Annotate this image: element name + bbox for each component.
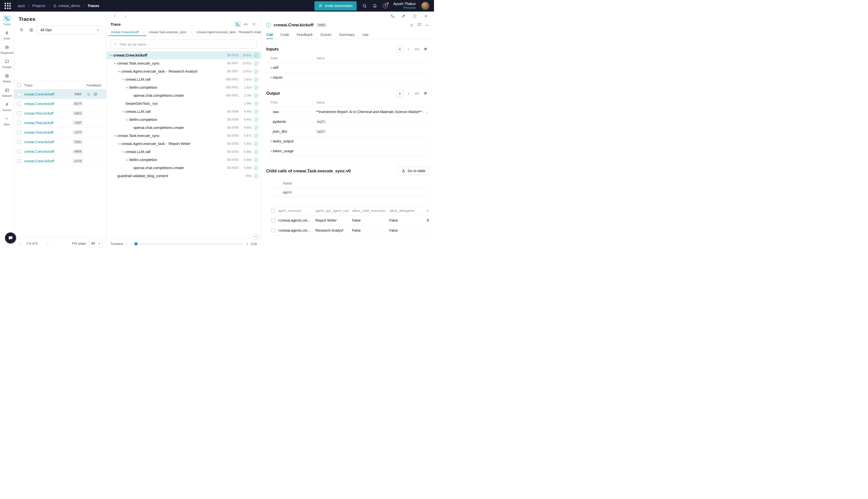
prev-page-icon[interactable] xyxy=(17,240,24,247)
trace-link[interactable]: crewai.Crew.kickoff xyxy=(21,92,54,96)
fullscreen-icon[interactable] xyxy=(411,13,418,19)
list-view-icon[interactable]: ≡ xyxy=(396,46,404,52)
output-row-json-dict[interactable]: json_dict null xyxy=(266,126,429,136)
flame-view-icon[interactable] xyxy=(250,21,257,27)
row-checkbox[interactable] xyxy=(17,121,21,125)
trace-list-row[interactable]: crewai.Crew.kickoff e058 xyxy=(14,147,106,156)
table-row[interactable]: <crewai.agents.cre... 'Report Writer' Fa… xyxy=(271,215,429,226)
sidebar-item-playground[interactable]: Playground xyxy=(0,43,14,56)
row-checkbox[interactable] xyxy=(17,92,21,96)
expand-rows-icon[interactable]: ↕ xyxy=(405,46,412,52)
sidebar-item-scorers[interactable]: # Scorers xyxy=(0,100,14,113)
span-row[interactable]: crewai.Agent.execute_task - 'Research An… xyxy=(107,67,261,75)
help-icon[interactable]: ? xyxy=(383,3,388,8)
trace-list-row[interactable]: crewai.Crew.kickoff 657f xyxy=(14,99,106,109)
collapse-timeline-icon[interactable] xyxy=(252,233,259,240)
path-tab[interactable]: crewai.Crew.kickoff xyxy=(109,28,146,36)
tab-scores[interactable]: Scores xyxy=(320,30,332,39)
row-checkbox[interactable] xyxy=(17,140,21,144)
add-reaction-icon[interactable]: ☺ xyxy=(409,23,413,27)
output-row-raw[interactable]: raw **Investment Report: AI in Chemical … xyxy=(266,107,429,117)
notifications-bell-icon[interactable] xyxy=(372,3,377,8)
timeline-next-icon[interactable] xyxy=(245,243,248,245)
row-checkbox[interactable] xyxy=(17,111,21,115)
trace-link[interactable]: crewai.Flow.kickoff xyxy=(21,130,53,134)
span-row[interactable]: crewai.LLM.call <$0.0001 2.82s ✓ xyxy=(107,75,261,83)
timeline-slider[interactable] xyxy=(131,243,243,244)
timeline-slider-handle[interactable] xyxy=(134,242,138,245)
sidebar-item-traces[interactable]: Traces xyxy=(0,14,14,27)
trace-link[interactable]: crewai.Crew.kickoff xyxy=(21,159,54,163)
list-view-icon[interactable]: ≡ xyxy=(396,90,404,97)
op-name-filter-input[interactable] xyxy=(120,42,254,46)
edit-pencil-icon[interactable] xyxy=(400,13,407,19)
tab-feedback[interactable]: Feedback xyxy=(297,30,313,39)
sidebar-item-prompts[interactable]: Prompts xyxy=(0,57,14,70)
sidebar-item-models[interactable]: Models xyxy=(0,71,14,85)
caret-collapse-icon[interactable] xyxy=(121,79,125,80)
span-row[interactable]: openai.chat.completions.create $0.0006 9… xyxy=(107,124,261,132)
output-row-tasks-output[interactable]: tasks_output xyxy=(266,136,429,146)
span-row[interactable]: SerperDevTool._run 1.66s ✓ xyxy=(107,99,261,108)
span-row[interactable]: crewai.LLM.call $0.0003 5.85s ✓ xyxy=(107,148,261,156)
chevron-right-icon[interactable] xyxy=(268,67,273,69)
table-row[interactable]: <crewai.agents.cre... 'Research Analyst'… xyxy=(271,226,429,235)
caret-collapse-icon[interactable] xyxy=(117,71,121,72)
previous-trace-icon[interactable]: ↑ xyxy=(111,13,118,20)
select-all-checkbox[interactable] xyxy=(271,209,275,213)
sidebar-item-datasets[interactable]: Datasets xyxy=(0,86,14,99)
close-icon[interactable]: × xyxy=(422,13,429,19)
output-row-pydantic[interactable]: pydantic null xyxy=(266,117,429,126)
avatar[interactable] xyxy=(421,2,430,10)
row-checkbox[interactable] xyxy=(271,218,275,222)
trace-link[interactable]: crewai.Crew.kickoff xyxy=(21,149,54,154)
row-checkbox[interactable] xyxy=(17,102,21,106)
wandb-logo[interactable] xyxy=(4,3,11,9)
breadcrumb-team[interactable]: ayut xyxy=(18,4,25,8)
expand-rows-icon[interactable]: ↕ xyxy=(405,90,412,97)
account-menu[interactable]: Ayush Thakur Personal xyxy=(393,1,416,10)
chevron-right-icon[interactable] xyxy=(268,77,273,78)
code-view-icon[interactable]: </> xyxy=(413,46,420,52)
output-row-token-usage[interactable]: token_usage xyxy=(266,146,429,156)
caret-collapse-icon[interactable] xyxy=(113,135,117,136)
path-tab[interactable]: crewai.Task.execute_sync xyxy=(146,28,195,36)
row-checkbox[interactable] xyxy=(17,130,21,134)
span-row[interactable]: crewai.LLM.call $0.0006 9.40s ✓ xyxy=(107,108,261,115)
sidebar-item-evals[interactable]: Evals xyxy=(0,28,14,42)
timeline-prev-icon[interactable] xyxy=(126,243,128,245)
trace-list-row[interactable]: crewai.Flow.kickoff eab1 xyxy=(14,109,106,118)
tab-summary[interactable]: Summary xyxy=(339,30,355,39)
caret-collapse-icon[interactable] xyxy=(125,87,129,88)
caret-collapse-icon[interactable] xyxy=(121,151,125,152)
chevron-right-icon[interactable] xyxy=(268,150,273,152)
caret-collapse-icon[interactable] xyxy=(125,159,129,160)
span-row[interactable]: crewai.Task.execute_sync $0.0003 5.87s ✓ xyxy=(107,132,261,140)
breadcrumb-project[interactable]: crewai_demo xyxy=(53,4,80,8)
more-options-icon[interactable]: ••• xyxy=(425,24,429,27)
ops-filter-select[interactable]: All Ops xyxy=(37,26,102,34)
next-trace-icon[interactable]: ↓ xyxy=(122,13,129,20)
caret-collapse-icon[interactable] xyxy=(117,143,121,144)
code-view-icon[interactable]: </> xyxy=(243,21,249,27)
support-chat-button[interactable] xyxy=(5,232,16,243)
add-positive-feedback-icon[interactable]: ☺ xyxy=(87,92,90,97)
tab-call[interactable]: Call xyxy=(266,30,273,39)
hide-empty-icon[interactable] xyxy=(422,46,429,52)
refresh-icon[interactable]: ↻ xyxy=(18,26,25,34)
hide-empty-icon[interactable] xyxy=(422,90,429,97)
span-row[interactable]: litellm.completion $0.0003 5.84s ✓ xyxy=(107,156,261,164)
input-row-self[interactable]: self xyxy=(266,63,429,73)
column-settings-icon[interactable] xyxy=(28,26,35,34)
caret-collapse-icon[interactable] xyxy=(109,55,113,56)
tab-code[interactable]: Code xyxy=(281,30,289,39)
breadcrumb-page[interactable]: Traces xyxy=(88,4,99,8)
tab-use[interactable]: Use xyxy=(362,30,369,39)
span-row[interactable]: litellm.completion <$0.0001 2.82s ✓ xyxy=(107,83,261,92)
span-row[interactable]: guardrail-validate_blog_content 0ms ✓ xyxy=(107,172,261,180)
path-tab[interactable]: crewai.Agent.execute_task - 'Research An… xyxy=(194,28,261,36)
select-all-checkbox[interactable] xyxy=(17,83,21,87)
trace-list-row[interactable]: crewai.Crew.kickoff a17d xyxy=(14,156,106,166)
invite-teammates-button[interactable]: Invite teammates xyxy=(314,1,357,11)
chevron-right-icon[interactable] xyxy=(268,141,273,142)
